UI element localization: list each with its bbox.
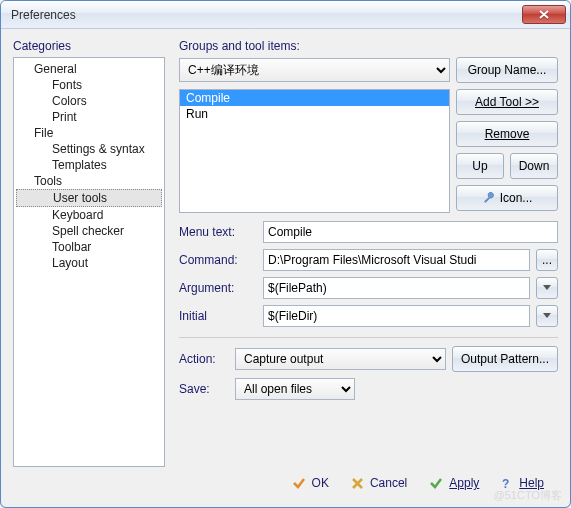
- menu-text-label: Menu text:: [179, 225, 257, 239]
- initial-menu-button[interactable]: [536, 305, 558, 327]
- chevron-down-icon: [543, 313, 551, 319]
- tree-node-templates[interactable]: Templates: [14, 157, 164, 173]
- down-button[interactable]: Down: [510, 153, 558, 179]
- tree-node-tools[interactable]: Tools: [14, 173, 164, 189]
- list-item[interactable]: Run: [180, 106, 449, 122]
- tree-node-print[interactable]: Print: [14, 109, 164, 125]
- tree-node-file[interactable]: File: [14, 125, 164, 141]
- divider: [179, 337, 558, 338]
- group-name-button[interactable]: Group Name...: [456, 57, 558, 83]
- cancel-button[interactable]: Cancel: [351, 476, 407, 490]
- check-icon: [292, 476, 306, 490]
- output-pattern-button[interactable]: Output Pattern...: [452, 346, 558, 372]
- close-button[interactable]: [522, 5, 566, 24]
- titlebar: Preferences: [1, 1, 570, 29]
- svg-text:?: ?: [502, 477, 509, 491]
- ok-button[interactable]: OK: [292, 476, 329, 490]
- initial-input[interactable]: [263, 305, 530, 327]
- help-button[interactable]: ? Help: [501, 475, 544, 491]
- action-label: Action:: [179, 352, 229, 366]
- window-title: Preferences: [11, 8, 522, 22]
- chevron-down-icon: [543, 285, 551, 291]
- argument-label: Argument:: [179, 281, 257, 295]
- tree-node-spell-checker[interactable]: Spell checker: [14, 223, 164, 239]
- x-icon: [351, 477, 364, 490]
- icon-button[interactable]: Icon...: [456, 185, 558, 211]
- action-dropdown[interactable]: Capture output: [235, 348, 446, 370]
- command-browse-button[interactable]: ...: [536, 249, 558, 271]
- tree-node-settings-syntax[interactable]: Settings & syntax: [14, 141, 164, 157]
- group-dropdown[interactable]: C++编译环境: [179, 58, 450, 82]
- tool-items-list[interactable]: Compile Run: [179, 89, 450, 213]
- help-icon: ?: [501, 475, 513, 491]
- tree-node-general[interactable]: General: [14, 61, 164, 77]
- save-label: Save:: [179, 382, 229, 396]
- tree-node-user-tools[interactable]: User tools: [16, 189, 162, 207]
- argument-input[interactable]: [263, 277, 530, 299]
- add-tool-button[interactable]: Add Tool >>: [456, 89, 558, 115]
- tree-node-fonts[interactable]: Fonts: [14, 77, 164, 93]
- initial-label: Initial: [179, 309, 257, 323]
- save-dropdown[interactable]: All open files: [235, 378, 355, 400]
- check-icon: [429, 476, 443, 490]
- argument-menu-button[interactable]: [536, 277, 558, 299]
- apply-button[interactable]: Apply: [429, 476, 479, 490]
- command-input[interactable]: [263, 249, 530, 271]
- tree-node-colors[interactable]: Colors: [14, 93, 164, 109]
- categories-tree[interactable]: General Fonts Colors Print File Settings…: [13, 57, 165, 467]
- list-item[interactable]: Compile: [180, 90, 449, 106]
- menu-text-input[interactable]: [263, 221, 558, 243]
- tree-node-layout[interactable]: Layout: [14, 255, 164, 271]
- tree-node-toolbar[interactable]: Toolbar: [14, 239, 164, 255]
- groups-label: Groups and tool items:: [179, 39, 558, 53]
- categories-label: Categories: [13, 39, 165, 53]
- remove-button[interactable]: Remove: [456, 121, 558, 147]
- up-button[interactable]: Up: [456, 153, 504, 179]
- close-icon: [539, 10, 549, 19]
- tree-node-keyboard[interactable]: Keyboard: [14, 207, 164, 223]
- wrench-icon: [482, 191, 496, 205]
- command-label: Command:: [179, 253, 257, 267]
